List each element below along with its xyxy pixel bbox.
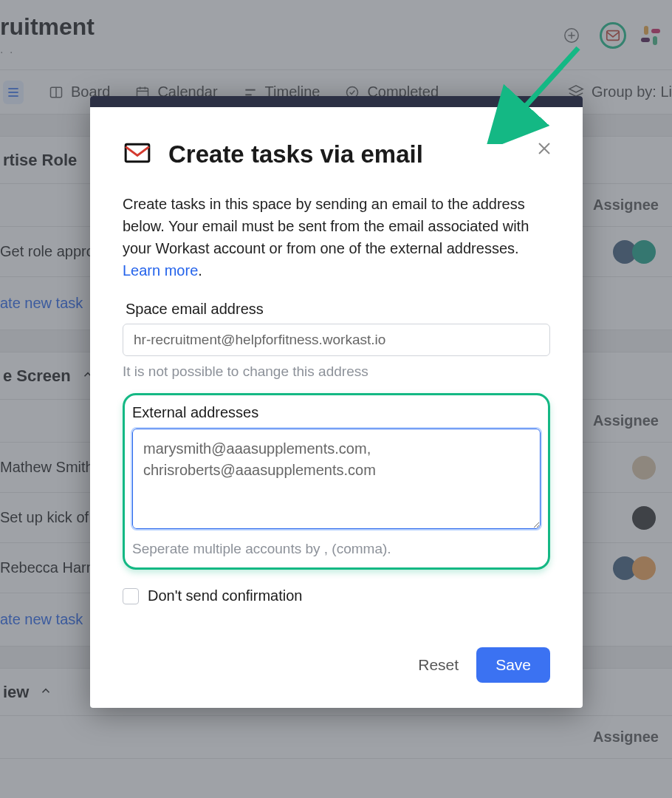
svg-rect-16 (126, 144, 149, 161)
modal-description-text: Create tasks in this space by sending an… (123, 196, 529, 256)
modal-accent-bar (90, 96, 583, 107)
space-email-hint: It is not possible to change this addres… (123, 364, 550, 380)
external-addresses-label: External addresses (132, 404, 541, 421)
modal-title: Create tasks via email (168, 140, 423, 168)
close-icon[interactable] (535, 140, 553, 163)
period: . (198, 262, 202, 279)
dont-send-confirmation-label: Don't send confirmation (148, 587, 302, 604)
envelope-icon (123, 138, 152, 171)
reset-button[interactable]: Reset (418, 656, 459, 674)
save-button[interactable]: Save (476, 647, 550, 683)
modal-description: Create tasks in this space by sending an… (123, 193, 550, 282)
external-addresses-input[interactable] (132, 429, 541, 529)
learn-more-link[interactable]: Learn more (123, 262, 198, 279)
space-email-input[interactable] (123, 324, 550, 356)
dont-send-confirmation-checkbox[interactable] (123, 588, 139, 604)
external-addresses-highlight: External addresses Seperate multiple acc… (123, 393, 550, 570)
external-addresses-hint: Seperate multiple accounts by , (comma). (132, 541, 541, 557)
create-email-tasks-modal: Create tasks via email Create tasks in t… (90, 96, 583, 708)
space-email-label: Space email address (126, 301, 550, 318)
